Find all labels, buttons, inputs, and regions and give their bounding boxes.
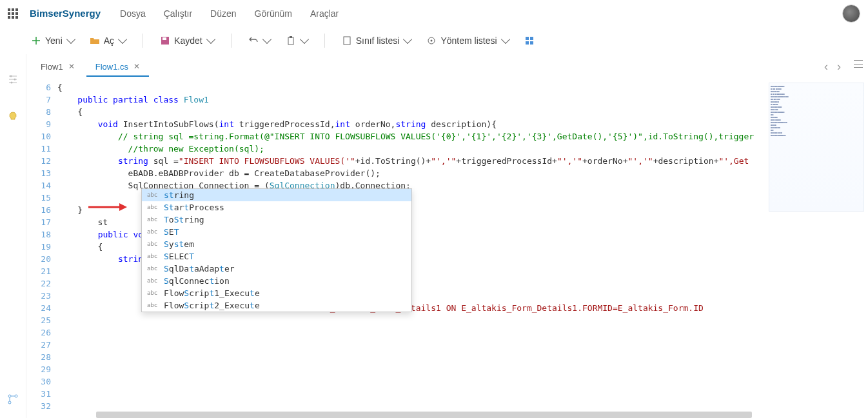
tab-label: Flow1: [41, 62, 63, 72]
folder-icon: [90, 35, 100, 46]
autocomplete-label: FlowScript1_Execute: [164, 288, 260, 299]
next-tab-icon[interactable]: ›: [837, 60, 841, 74]
bulb-icon[interactable]: [7, 111, 19, 123]
tab-flow1[interactable]: Flow1 ✕: [32, 57, 84, 77]
clipboard-icon: [286, 35, 296, 46]
svg-rect-9: [526, 41, 529, 45]
abc-icon: abc: [147, 226, 159, 237]
abc-icon: abc: [147, 263, 159, 274]
chevron-down-icon: [118, 35, 127, 44]
open-label: Aç: [104, 35, 114, 46]
svg-point-13: [11, 82, 13, 84]
method-list-label: Yöntem listesi: [440, 35, 497, 46]
abc-icon: abc: [147, 214, 159, 225]
autocomplete-label: SqlDataAdapter: [164, 263, 235, 274]
content: Flow1 ✕ Flow1.cs ✕ ‹ › 67891011121314151…: [26, 54, 868, 418]
menu-run[interactable]: Çalıştır: [164, 8, 192, 19]
autocomplete-item[interactable]: abcFlowScript1_Execute: [142, 287, 411, 299]
open-button[interactable]: Aç: [84, 33, 131, 48]
branch-icon[interactable]: [7, 393, 19, 405]
format-button[interactable]: [519, 33, 540, 48]
svg-marker-18: [119, 203, 127, 211]
autocomplete-label: ToString: [164, 214, 204, 225]
main-menu: Dosya Çalıştır Düzen Görünüm Araçlar: [120, 8, 339, 19]
svg-rect-10: [530, 41, 533, 45]
abc-icon: abc: [147, 275, 159, 286]
save-icon: [160, 35, 170, 46]
autocomplete-item[interactable]: abcStartProcess: [142, 201, 411, 214]
new-label: Yeni: [45, 35, 63, 46]
svg-point-6: [431, 40, 433, 42]
horizontal-scrollbar[interactable]: [96, 412, 752, 418]
menu-edit[interactable]: Düzen: [210, 8, 236, 19]
save-button[interactable]: Kaydet: [155, 33, 219, 48]
svg-rect-2: [288, 37, 293, 45]
svg-point-16: [15, 395, 17, 397]
autocomplete-item[interactable]: abcSystem: [142, 238, 411, 250]
code-area[interactable]: { public partial class Flow1 { void Inse…: [57, 79, 765, 418]
toolbar: Yeni Aç Kaydet Sınıf listesi Yöntem list…: [0, 27, 868, 54]
menu-tools[interactable]: Araçlar: [310, 8, 339, 19]
autocomplete-label: FlowScript2_Execute: [164, 300, 260, 311]
settings-sliders-icon[interactable]: [7, 74, 19, 85]
main: Flow1 ✕ Flow1.cs ✕ ‹ › 67891011121314151…: [0, 54, 868, 418]
autocomplete-item[interactable]: abcToString: [142, 214, 411, 226]
prev-tab-icon[interactable]: ‹: [824, 60, 828, 74]
autocomplete-item[interactable]: abcSELECT: [142, 250, 411, 263]
abc-icon: abc: [147, 288, 159, 299]
target-icon: [426, 35, 437, 46]
abc-icon: abc: [147, 202, 159, 213]
svg-point-12: [14, 79, 16, 81]
app-launcher-icon[interactable]: [8, 8, 18, 19]
abc-icon: abc: [147, 239, 159, 250]
document-icon: [342, 35, 352, 46]
clipboard-button[interactable]: [281, 33, 313, 48]
autocomplete-label: SELECT: [164, 251, 194, 262]
autocomplete-label: SET: [164, 226, 179, 237]
minimap-view: ▄▄▄▄▄▄▄▄▄▄▄ ▄▄ ▄▄▄▄▄▄▄▄ ▄▄▄ ▄ ▄ ▄▄▄▄▄▄▄▄…: [769, 83, 864, 212]
chevron-down-icon: [206, 35, 215, 44]
autocomplete-label: SqlConnection: [164, 275, 230, 286]
tab-bar: Flow1 ✕ Flow1.cs ✕ ‹ ›: [26, 54, 868, 79]
avatar[interactable]: [842, 5, 860, 23]
class-list-label: Sınıf listesi: [356, 35, 400, 46]
tab-list-icon[interactable]: [854, 60, 863, 68]
new-button[interactable]: Yeni: [26, 33, 79, 48]
svg-rect-1: [163, 37, 166, 40]
abc-icon: abc: [147, 300, 159, 311]
autocomplete-item[interactable]: abcSqlDataAdapter: [142, 263, 411, 275]
save-label: Kaydet: [174, 35, 202, 46]
autocomplete-popup[interactable]: abcstringabcStartProcessabcToStringabcSE…: [141, 188, 412, 312]
undo-icon: [248, 35, 259, 46]
autocomplete-label: System: [164, 239, 194, 250]
tab-flow1-cs[interactable]: Flow1.cs ✕: [86, 57, 149, 77]
chevron-down-icon: [500, 35, 509, 44]
autocomplete-item[interactable]: abcSET: [142, 226, 411, 238]
tab-label: Flow1.cs: [95, 62, 128, 72]
red-arrow-annotation: [57, 190, 66, 200]
minimap[interactable]: ▄▄▄▄▄▄▄▄▄▄▄ ▄▄ ▄▄▄▄▄▄▄▄ ▄▄▄ ▄ ▄ ▄▄▄▄▄▄▄▄…: [765, 79, 868, 418]
chevron-down-icon: [66, 35, 75, 44]
svg-rect-4: [344, 37, 350, 45]
grid-icon: [524, 35, 535, 46]
menu-view[interactable]: Görünüm: [255, 8, 292, 19]
abc-icon: abc: [147, 190, 159, 201]
plus-icon: [31, 35, 41, 46]
brand-label: BimserSynergy: [30, 8, 101, 19]
svg-point-15: [8, 401, 11, 404]
autocomplete-item[interactable]: abcstring: [142, 189, 411, 201]
close-icon[interactable]: ✕: [68, 62, 75, 71]
autocomplete-item[interactable]: abcSqlConnection: [142, 275, 411, 287]
line-gutter: 6789101112131415161718192021222324252627…: [26, 79, 57, 418]
autocomplete-item[interactable]: abcFlowScript2_Execute: [142, 299, 411, 312]
menu-file[interactable]: Dosya: [120, 8, 146, 19]
class-list-button[interactable]: Sınıf listesi: [337, 33, 417, 48]
undo-button[interactable]: [243, 33, 275, 48]
svg-point-14: [8, 395, 11, 397]
chevron-down-icon: [403, 35, 412, 44]
abc-icon: abc: [147, 251, 159, 262]
code-editor[interactable]: 6789101112131415161718192021222324252627…: [26, 79, 765, 418]
method-list-button[interactable]: Yöntem listesi: [421, 33, 513, 48]
svg-rect-8: [530, 37, 533, 40]
close-icon[interactable]: ✕: [133, 62, 140, 71]
